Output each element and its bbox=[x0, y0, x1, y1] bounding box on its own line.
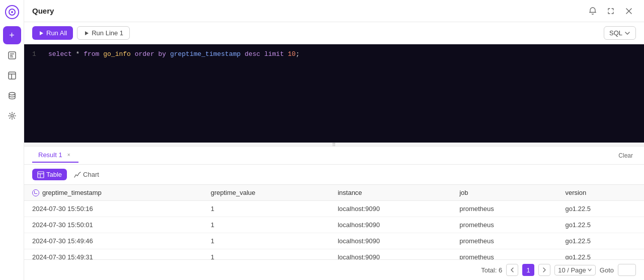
header-actions bbox=[586, 4, 636, 18]
result-tabs: Result 1 × Clear bbox=[24, 147, 644, 165]
sql-label: SQL bbox=[609, 29, 622, 37]
table-cell: localhost:9090 bbox=[330, 217, 451, 233]
results-table: greptime_timestamp greptime_value instan… bbox=[24, 185, 644, 259]
table-cell: localhost:9090 bbox=[330, 201, 451, 217]
table-container: greptime_timestamp greptime_value instan… bbox=[24, 185, 644, 259]
col-instance: instance bbox=[330, 185, 451, 201]
table-body: 2024-07-30 15:50:161localhost:9090promet… bbox=[24, 201, 644, 260]
current-page: 1 bbox=[522, 264, 534, 276]
per-page-label: 10 / Page bbox=[558, 266, 586, 274]
table-cell: localhost:9090 bbox=[330, 249, 451, 260]
prev-icon bbox=[510, 267, 514, 272]
app-logo bbox=[4, 4, 20, 20]
svg-point-11 bbox=[11, 115, 13, 117]
plus-icon: + bbox=[9, 30, 15, 41]
sql-selector[interactable]: SQL bbox=[604, 26, 636, 40]
sidebar-item-databases[interactable] bbox=[3, 87, 21, 105]
sidebar-item-new[interactable]: + bbox=[3, 26, 21, 44]
svg-point-10 bbox=[9, 93, 15, 95]
table-icon bbox=[8, 71, 17, 80]
per-page-chevron-icon bbox=[587, 267, 592, 272]
chart-view-icon bbox=[74, 171, 81, 178]
sidebar-item-query[interactable] bbox=[3, 46, 21, 64]
chart-view-label: Chart bbox=[83, 171, 99, 178]
run-all-button[interactable]: Run All bbox=[32, 26, 73, 40]
table-cell: go1.22.5 bbox=[557, 201, 644, 217]
close-icon bbox=[625, 8, 632, 15]
svg-point-2 bbox=[11, 11, 13, 13]
code-line-1: 1 select * from go_info order by greptim… bbox=[32, 50, 636, 58]
play-icon bbox=[38, 30, 44, 36]
prev-page-button[interactable] bbox=[506, 264, 518, 276]
pagination: Total: 6 1 10 / Page Goto bbox=[24, 259, 644, 280]
table-cell: 2024-07-30 15:50:16 bbox=[24, 201, 203, 217]
table-cell: 1 bbox=[203, 249, 330, 260]
tab-close-icon[interactable]: × bbox=[65, 152, 72, 159]
svg-marker-15 bbox=[85, 31, 89, 35]
timestamp-icon bbox=[32, 189, 39, 196]
svg-rect-16 bbox=[38, 172, 44, 178]
sidebar-item-settings[interactable] bbox=[3, 107, 21, 125]
view-toggle: Table Chart bbox=[24, 165, 644, 185]
table-cell: 1 bbox=[203, 233, 330, 249]
col-label-timestamp: greptime_timestamp bbox=[42, 189, 102, 196]
goto-label: Goto bbox=[600, 266, 614, 274]
toolbar-left: Run All Run Line 1 bbox=[32, 26, 130, 40]
table-row: 2024-07-30 15:50:011localhost:9090promet… bbox=[24, 217, 644, 233]
table-cell: go1.22.5 bbox=[557, 233, 644, 249]
page-title: Query bbox=[32, 7, 54, 15]
col-greptime-value: greptime_value bbox=[203, 185, 330, 201]
code-content: select * from go_info order by greptime_… bbox=[48, 50, 299, 58]
table-cell: prometheus bbox=[451, 233, 557, 249]
line-number: 1 bbox=[32, 50, 40, 58]
table-cell: 2024-07-30 15:49:31 bbox=[24, 249, 203, 260]
code-editor[interactable]: 1 select * from go_info order by greptim… bbox=[24, 44, 644, 143]
table-cell: prometheus bbox=[451, 201, 557, 217]
per-page-selector[interactable]: 10 / Page bbox=[554, 265, 596, 275]
table-cell: 2024-07-30 15:50:01 bbox=[24, 217, 203, 233]
result-tab-label: Result 1 bbox=[38, 151, 62, 159]
table-cell: go1.22.5 bbox=[557, 249, 644, 260]
table-row: 2024-07-30 15:50:161localhost:9090promet… bbox=[24, 201, 644, 217]
chart-view-button[interactable]: Chart bbox=[69, 169, 104, 180]
table-cell: prometheus bbox=[451, 249, 557, 260]
run-line-label: Run Line 1 bbox=[92, 29, 123, 37]
expand-icon bbox=[607, 7, 615, 15]
bell-icon bbox=[589, 7, 597, 15]
table-cell: 2024-07-30 15:49:46 bbox=[24, 233, 203, 249]
col-job: job bbox=[451, 185, 557, 201]
settings-icon bbox=[8, 111, 17, 120]
table-view-icon bbox=[37, 171, 44, 178]
goto-input[interactable] bbox=[618, 264, 636, 276]
toolbar: Run All Run Line 1 SQL bbox=[24, 22, 644, 44]
table-view-label: Table bbox=[46, 171, 62, 178]
run-line-button[interactable]: Run Line 1 bbox=[77, 26, 130, 40]
table-cell: go1.22.5 bbox=[557, 217, 644, 233]
database-icon bbox=[8, 91, 17, 100]
sidebar-item-tables[interactable] bbox=[3, 66, 21, 85]
bell-icon-button[interactable] bbox=[586, 4, 600, 18]
table-cell: localhost:9090 bbox=[330, 233, 451, 249]
chevron-down-icon bbox=[624, 30, 630, 36]
main-content: Query bbox=[24, 0, 644, 280]
close-icon-button[interactable] bbox=[622, 4, 636, 18]
col-version: version bbox=[557, 185, 644, 201]
table-header-row: greptime_timestamp greptime_value instan… bbox=[24, 185, 644, 201]
result-tab-1[interactable]: Result 1 × bbox=[32, 148, 78, 163]
table-row: 2024-07-30 15:49:311localhost:9090promet… bbox=[24, 249, 644, 260]
svg-rect-7 bbox=[9, 72, 16, 79]
svg-marker-14 bbox=[40, 31, 43, 35]
table-cell: 1 bbox=[203, 201, 330, 217]
resize-handle[interactable]: ⠿ bbox=[24, 143, 644, 147]
sidebar: + bbox=[0, 0, 24, 280]
table-view-button[interactable]: Table bbox=[32, 169, 67, 180]
col-greptime-timestamp: greptime_timestamp bbox=[24, 185, 203, 201]
header: Query bbox=[24, 0, 644, 22]
clear-button[interactable]: Clear bbox=[615, 151, 636, 160]
next-icon bbox=[542, 267, 546, 272]
expand-icon-button[interactable] bbox=[604, 4, 618, 18]
total-count: Total: 6 bbox=[481, 266, 502, 274]
next-page-button[interactable] bbox=[538, 264, 550, 276]
table-row: 2024-07-30 15:49:461localhost:9090promet… bbox=[24, 233, 644, 249]
query-icon bbox=[8, 51, 17, 60]
